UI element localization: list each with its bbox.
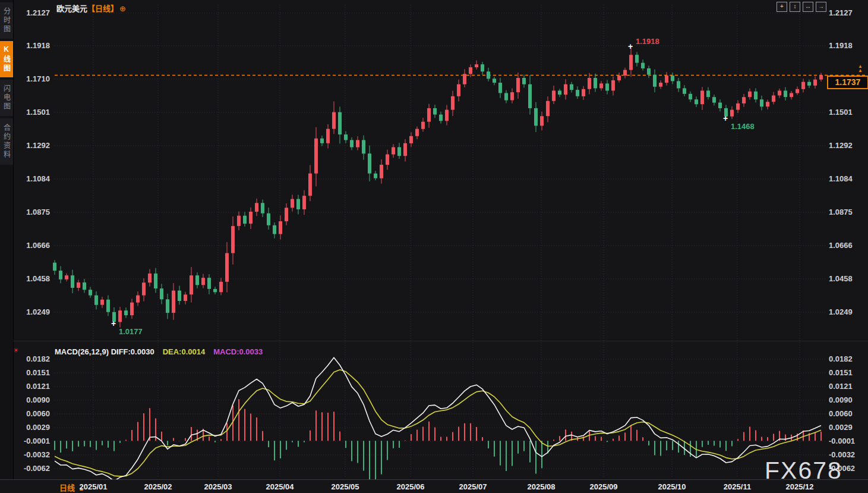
extreme-cross-marker: + (111, 321, 116, 326)
price-tick-right: 1.0875 (829, 208, 866, 217)
date-tick-label: 2025/02 (133, 482, 183, 491)
price-tick-left: 1.1084 (0, 174, 50, 184)
macd-tick-right: 0.0151 (829, 368, 866, 378)
date-tick-label: 2025/10 (647, 482, 697, 491)
date-tick-label: 2025/08 (516, 482, 566, 491)
macd-tick-left: 0.0029 (0, 423, 50, 432)
fx678-watermark: FX678 (765, 457, 842, 485)
price-tick-right: 1.0666 (829, 241, 866, 250)
macd-tick-left: -0.0062 (0, 464, 50, 473)
macd-tick-left: 0.0090 (0, 395, 50, 405)
indicator-settings-icon[interactable]: ☀ (13, 347, 19, 354)
macd-tick-right: 0.0060 (829, 409, 866, 419)
price-tick-left: 1.1918 (0, 41, 50, 51)
period-tag: 【日线】 (87, 4, 118, 13)
zoom-y-axis-icon[interactable]: ↕ (790, 2, 800, 12)
price-tick-left: 1.1501 (0, 108, 50, 117)
current-price-badge: 1.1737 (827, 76, 868, 89)
extreme-cross-marker: + (628, 43, 633, 49)
macd-tick-left: -0.0001 (0, 437, 50, 446)
price-tick-right: 1.2127 (829, 8, 866, 18)
macd-tick-left: 0.0060 (0, 409, 50, 419)
price-tick-right: 1.0458 (829, 274, 866, 284)
date-tick-label: 2025/11 (712, 482, 762, 491)
macd-tick-right: -0.0001 (829, 437, 866, 446)
macd-tick-right: 0.0121 (829, 382, 866, 391)
date-tick-label: 2025/07 (448, 482, 498, 491)
macd-tick-left: 0.0151 (0, 368, 50, 378)
date-tick-label: 2025/05 (320, 482, 370, 491)
date-tick-label: 2025/06 (386, 482, 435, 491)
price-tick-left: 1.0666 (0, 241, 50, 250)
low-price-annotation: 1.1468 (731, 122, 755, 131)
price-tick-right: 1.0249 (829, 307, 866, 317)
price-tick-right: 1.1084 (829, 174, 866, 184)
price-tick-left: 1.1292 (0, 141, 50, 150)
high-price-annotation: 1.1918 (636, 37, 659, 46)
price-tick-left: 1.2127 (0, 8, 50, 18)
price-tick-right: 1.1918 (829, 41, 866, 51)
date-tick-label: 2025/04 (255, 482, 305, 491)
price-tick-right: 1.1292 (829, 141, 866, 150)
macd-tick-right: 0.0090 (829, 395, 866, 405)
macd-tick-left: 0.0121 (0, 382, 50, 391)
macd-tick-right: 0.0182 (829, 354, 866, 364)
symbol-name: 欧元美元 (56, 4, 87, 13)
price-tick-left: 1.0249 (0, 307, 50, 317)
macd-tick-left: 0.0182 (0, 354, 50, 364)
macd-dea-value: DEA:0.0014 (163, 347, 206, 356)
zoom-x-axis-icon[interactable]: ↔ (803, 2, 813, 12)
pan-right-icon[interactable]: → (816, 2, 826, 12)
chart-title: 欧元美元【日线】⊕ (56, 2, 126, 14)
crosshair-move-icon[interactable]: + (777, 2, 787, 12)
extreme-cross-marker: + (723, 115, 728, 121)
macd-header: MACD(26,12,9) DIFF:0.0030DEA:0.0014MACD:… (55, 347, 263, 356)
price-tick-left: 1.0875 (0, 208, 50, 217)
macd-macd-value: MACD:0.0033 (213, 347, 263, 356)
macd-tick-right: 0.0029 (829, 423, 866, 432)
macd-name-diff-value: MACD(26,12,9) DIFF:0.0030 (55, 347, 154, 356)
latest-price-arrow-icon[interactable]: ▲▲ (858, 64, 863, 73)
date-tick-label: 2025/09 (579, 482, 629, 491)
macd-tick-left: -0.0032 (0, 450, 50, 460)
expand-icon[interactable]: ⊕ (119, 4, 126, 13)
low-price-annotation: 1.0177 (119, 327, 143, 336)
price-tick-right: 1.1501 (829, 108, 866, 117)
chart-application: 分时图K线图闪电图合约资料 欧元美元【日线】⊕ +↕↔→ ☀ MACD(26,1… (0, 0, 868, 493)
price-tick-left: 1.1710 (0, 74, 50, 84)
chart-toolbar: +↕↔→ (777, 2, 826, 12)
panel-divider (13, 341, 868, 341)
date-tick-label: 2025/01 (68, 482, 118, 491)
date-tick-label: 2025/03 (193, 482, 243, 491)
price-tick-left: 1.0458 (0, 274, 50, 284)
candlestick-macd-plot[interactable] (0, 0, 868, 493)
